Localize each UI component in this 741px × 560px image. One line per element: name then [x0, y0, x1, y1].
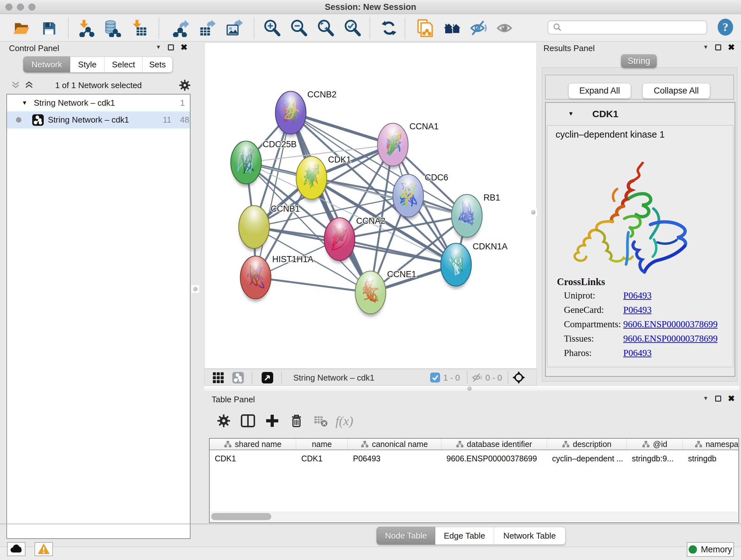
zoom-out-icon[interactable] [290, 19, 308, 37]
splitter-handle[interactable] [529, 208, 537, 216]
export-image-icon[interactable] [225, 19, 244, 37]
close-panel-icon[interactable]: ✖ [728, 44, 735, 51]
node-HIST1H1A[interactable] [240, 256, 271, 302]
hidden-eye-icon[interactable] [472, 373, 483, 382]
cloud-status-button[interactable] [7, 542, 25, 556]
node-RB1[interactable] [452, 194, 482, 240]
float-panel-icon[interactable]: ▼ [156, 44, 161, 51]
table-cell[interactable]: cyclin–dependent ... [547, 454, 627, 463]
tab-string[interactable]: String [621, 54, 657, 68]
help-icon[interactable]: ? [716, 18, 735, 37]
tab-edge-table[interactable]: Edge Table [435, 527, 494, 545]
crosslink-link[interactable]: P06493 [623, 305, 652, 315]
close-panel-icon[interactable]: ✖ [728, 395, 735, 401]
import-table-icon[interactable] [130, 19, 148, 37]
maximize-panel-icon[interactable] [715, 44, 721, 51]
edge-CCNB2-CCNE1[interactable] [291, 113, 370, 293]
table-cell[interactable]: P06493 [348, 454, 441, 463]
tab-style[interactable]: Style [70, 57, 105, 72]
network-options-gear-icon[interactable] [179, 79, 191, 91]
search-input[interactable] [548, 20, 707, 35]
network-row-selected[interactable]: String Network – cdk1 11 48 [7, 111, 190, 128]
crosslink-link[interactable]: 9606.ENSP00000378699 [623, 319, 718, 329]
function-builder-icon[interactable]: f(x) [335, 412, 353, 430]
node-label-CDC25B: CDC25B [263, 139, 297, 149]
zoom-selected-icon[interactable] [343, 19, 362, 37]
node-CCNB1[interactable] [239, 206, 269, 251]
save-session-icon[interactable] [40, 19, 58, 37]
export-network-icon[interactable] [172, 19, 190, 37]
refresh-icon[interactable] [380, 19, 398, 37]
export-table-icon[interactable] [199, 19, 217, 37]
grid-view-icon[interactable] [213, 372, 224, 383]
tab-select[interactable]: Select [105, 57, 143, 72]
show-selected-eye-icon[interactable] [496, 19, 515, 37]
column-header-shared-name[interactable]: shared name [210, 439, 296, 449]
node-CDC25B[interactable] [231, 141, 261, 187]
crosslink-link[interactable]: P06493 [623, 290, 652, 301]
tab-sets[interactable]: Sets [143, 57, 173, 72]
table-cell[interactable]: CDK1 [296, 454, 348, 463]
crosslink-link[interactable]: 9606.ENSP00000378699 [623, 333, 718, 344]
network-label: String Network – cdk1 [48, 115, 129, 125]
tree-expander-icon[interactable]: ▼ [22, 100, 27, 106]
import-network-database-icon[interactable] [103, 19, 122, 37]
expand-all-button[interactable]: Expand All [568, 83, 631, 99]
table-cell[interactable]: 9606.ENSP00000378699 [441, 454, 547, 463]
table-cell[interactable]: stringdb:9... [627, 454, 683, 463]
maximize-panel-icon[interactable] [168, 44, 174, 51]
node-CDKN1A[interactable] [441, 243, 471, 289]
tab-node-table[interactable]: Node Table [377, 527, 435, 545]
node-CCNB2[interactable] [275, 91, 306, 137]
houses-icon[interactable] [444, 19, 462, 37]
hide-selected-eye-icon[interactable] [470, 19, 488, 37]
float-panel-icon[interactable]: ▼ [703, 395, 709, 401]
collapse-all-button[interactable]: Collapse All [643, 83, 710, 99]
node-CCNE1[interactable] [355, 271, 386, 317]
column-header-name[interactable]: name [296, 439, 348, 449]
table-cell[interactable]: stringdb [683, 454, 739, 463]
table-options-gear-icon[interactable] [215, 412, 232, 430]
warning-status-button[interactable] [35, 542, 53, 556]
zoom-in-icon[interactable] [263, 19, 281, 37]
memory-button[interactable]: Memory [687, 542, 734, 557]
column-header-canonical-name[interactable]: canonical name [348, 439, 441, 449]
fit-content-crosshair-icon[interactable] [512, 371, 526, 384]
selected-nodes-checkbox-icon[interactable] [430, 373, 440, 382]
column-header--id[interactable]: @id [627, 439, 683, 449]
network-birdseye-icon[interactable] [232, 372, 244, 384]
column-header-database-identifier[interactable]: database identifier [441, 439, 547, 449]
column-header-description[interactable]: description [547, 439, 627, 449]
string-network-icon [32, 114, 44, 126]
scrollbar-thumb[interactable] [211, 513, 271, 520]
section-expander-icon[interactable]: ▼ [568, 111, 574, 117]
show-columns-icon[interactable] [239, 412, 257, 430]
table-row[interactable]: CDK1CDK1P064939606.ENSP00000378699cyclin… [210, 450, 738, 467]
splitter-handle[interactable] [467, 386, 472, 391]
zoom-fit-icon[interactable] [317, 19, 335, 37]
horizontal-splitter[interactable] [204, 386, 739, 391]
column-header-namespace[interactable]: namespace [683, 439, 739, 449]
network-collection-row[interactable]: ▼ String Network – cdk1 1 [7, 95, 190, 111]
table-horizontal-scrollbar[interactable] [210, 511, 738, 522]
main-toolbar: ? [0, 14, 741, 42]
add-column-icon[interactable] [263, 412, 281, 430]
netbar-separator [281, 372, 282, 383]
open-in-window-icon[interactable] [261, 372, 273, 384]
maximize-panel-icon[interactable] [715, 395, 721, 401]
delete-table-icon[interactable] [312, 412, 330, 430]
open-session-icon[interactable] [12, 19, 30, 37]
table-cell[interactable]: CDK1 [210, 454, 296, 463]
duplicate-network-icon[interactable] [415, 19, 434, 37]
network-canvas[interactable]: CCNB2CCNA1CDC25BCDK1CDC6RB1CCNB1CCNA2CDK… [204, 43, 537, 369]
delete-row-trash-icon[interactable] [287, 412, 306, 430]
splitter-handle[interactable] [192, 285, 199, 293]
crosslink-link[interactable]: P06493 [623, 348, 652, 358]
close-panel-icon[interactable]: ✖ [181, 44, 188, 51]
float-panel-icon[interactable]: ▼ [703, 44, 709, 51]
tab-network[interactable]: Network [23, 57, 70, 72]
edge-CCNE1-HIST1H1A[interactable] [256, 277, 370, 293]
node-CDC6[interactable] [393, 174, 423, 220]
import-network-file-icon[interactable] [77, 19, 95, 37]
tab-network-table[interactable]: Network Table [494, 527, 565, 545]
